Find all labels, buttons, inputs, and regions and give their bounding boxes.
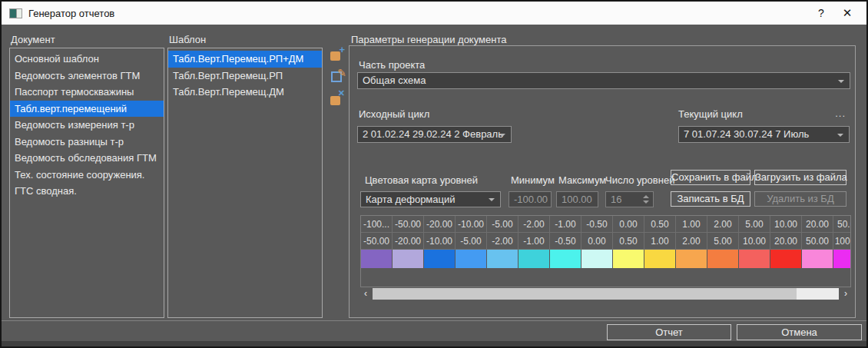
levels-table-column[interactable]: 50.00100.00 [833,216,851,268]
list-item[interactable]: Пасспорт термоскважины [10,84,164,101]
level-color-swatch[interactable] [613,250,644,268]
level-from-cell[interactable]: -1.00 [550,216,581,233]
levels-table-column[interactable]: 2.005.00 [707,216,739,268]
level-color-swatch[interactable] [802,250,833,268]
level-from-cell[interactable]: -0.50 [581,216,613,233]
level-color-swatch[interactable] [456,250,487,268]
level-to-cell[interactable]: 2.00 [676,233,707,250]
level-color-swatch[interactable] [581,250,613,268]
level-from-cell[interactable]: -20.00 [424,216,456,233]
colormap-combo[interactable]: Карта деформаций [360,191,501,207]
level-from-cell[interactable]: 2.00 [707,216,739,233]
minimum-field[interactable]: -100.00 [509,191,552,207]
levels-table-column[interactable]: -20.00-10.00 [424,216,456,268]
levels-table-column[interactable]: 5.0010.00 [739,216,770,268]
level-from-cell[interactable]: 0.00 [613,216,644,233]
level-to-cell[interactable]: -2.00 [487,233,518,250]
save-to-db-button[interactable]: Записать в БД [671,191,750,207]
level-color-swatch[interactable] [833,250,851,268]
level-from-cell[interactable]: 1.00 [676,216,707,233]
level-from-cell[interactable]: 0.50 [644,216,676,233]
source-cycle-combo[interactable]: 2 01.02.24 29.02.24 2 Февраль [357,126,512,143]
level-to-cell[interactable]: -0.50 [550,233,581,250]
levels-table-column[interactable]: 20.0050.00 [802,216,833,268]
list-item[interactable]: Тех. состояние сооружения. [10,167,164,184]
level-to-cell[interactable]: 20.00 [770,233,802,250]
levels-table-hscrollbar[interactable]: ‹ › [360,287,851,300]
levels-table-column[interactable]: -2.00-1.00 [518,216,550,268]
level-color-swatch[interactable] [644,250,676,268]
level-to-cell[interactable]: 10.00 [739,233,770,250]
levels-count-spinner[interactable]: 16 [605,191,654,207]
level-color-swatch[interactable] [393,250,424,268]
scrollbar-thumb[interactable] [373,288,797,300]
level-from-cell[interactable]: 5.00 [739,216,770,233]
levels-table-column[interactable]: -100...-50.00 [361,216,393,268]
scrollbar-track[interactable] [373,288,839,300]
level-color-swatch[interactable] [361,250,393,268]
list-item[interactable]: Табл.Верт.Перемещ.РП [168,68,322,85]
level-to-cell[interactable]: 50.00 [802,233,833,250]
level-to-cell[interactable]: -5.00 [456,233,487,250]
scroll-right-icon[interactable]: › [840,287,851,300]
list-item[interactable]: Ведомость разницы т-р [10,134,164,151]
levels-table-column[interactable]: -0.500.00 [581,216,613,268]
level-from-cell[interactable]: -100... [361,216,393,233]
spinner-arrows-icon[interactable] [643,195,649,204]
level-to-cell[interactable]: -50.00 [361,233,393,250]
list-item[interactable]: Ведомость элементов ГТМ [10,68,164,85]
level-to-cell[interactable]: 0.50 [613,233,644,250]
levels-table-column[interactable]: 10.0020.00 [770,216,802,268]
level-from-cell[interactable]: -5.00 [487,216,518,233]
levels-table-column[interactable]: -50.00-20.00 [393,216,424,268]
levels-table-column[interactable]: -10.00-5.00 [456,216,487,268]
level-to-cell[interactable]: 0.00 [581,233,613,250]
report-button[interactable]: Отчет [607,324,731,340]
levels-table-column[interactable]: -5.00-2.00 [487,216,518,268]
level-color-swatch[interactable] [707,250,739,268]
template-list[interactable]: Табл.Верт.Перемещ.РП+ДМТабл.Верт.Перемещ… [167,48,323,318]
list-item[interactable]: Табл.верт.перемещений [10,101,164,118]
levels-table-column[interactable]: -1.00-0.50 [550,216,581,268]
levels-table[interactable]: -100...-50.00-50.00-20.00-20.00-10.00-10… [360,215,851,287]
list-item[interactable]: Основной шаблон [10,51,164,68]
level-from-cell[interactable]: -2.00 [518,216,550,233]
level-to-cell[interactable]: 1.00 [644,233,676,250]
save-to-file-button[interactable]: Сохранить в файл [671,170,750,185]
titlebar[interactable]: Генератор отчетов ? ✕ [2,2,866,25]
level-from-cell[interactable]: 20.00 [802,216,833,233]
cancel-button[interactable]: Отмена [737,324,862,340]
level-color-swatch[interactable] [770,250,802,268]
level-color-swatch[interactable] [676,250,707,268]
list-item[interactable]: ГТС сводная. [10,183,164,200]
levels-table-column[interactable]: 0.501.00 [644,216,676,268]
list-item[interactable]: Ведомость измерения т-р [10,117,164,134]
add-template-icon[interactable]: + [330,48,344,61]
level-color-swatch[interactable] [550,250,581,268]
delete-template-icon[interactable]: ✕ [330,92,344,106]
level-color-swatch[interactable] [487,250,518,268]
level-color-swatch[interactable] [518,250,550,268]
levels-table-column[interactable]: 0.000.50 [613,216,644,268]
level-from-cell[interactable]: -50.00 [393,216,424,233]
level-to-cell[interactable]: 100.00 [833,233,851,250]
project-part-combo[interactable]: Общая схема [357,72,850,89]
current-cycle-combo[interactable]: 7 01.07.24 30.07.24 7 Июль [678,126,850,143]
level-from-cell[interactable]: 50.00 [833,216,851,233]
level-to-cell[interactable]: -20.00 [393,233,424,250]
list-item[interactable]: Табл.Верт.Перемещ.ДМ [168,84,322,101]
edit-template-icon[interactable]: ✎ [330,70,344,84]
level-from-cell[interactable]: -10.00 [456,216,487,233]
level-to-cell[interactable]: -10.00 [424,233,456,250]
maximum-field[interactable]: 100.00 [556,191,598,207]
list-item[interactable]: Табл.Верт.Перемещ.РП+ДМ [168,51,322,68]
list-item[interactable]: Ведомость обследования ГТМ [10,150,164,167]
level-color-swatch[interactable] [739,250,770,268]
level-color-swatch[interactable] [424,250,456,268]
load-from-file-button[interactable]: Загрузить из файла [754,170,846,185]
level-to-cell[interactable]: 5.00 [707,233,739,250]
current-cycle-more-button[interactable]: ... [835,108,846,119]
level-to-cell[interactable]: -1.00 [518,233,550,250]
scroll-left-icon[interactable]: ‹ [360,287,371,300]
levels-table-column[interactable]: 1.002.00 [676,216,707,268]
